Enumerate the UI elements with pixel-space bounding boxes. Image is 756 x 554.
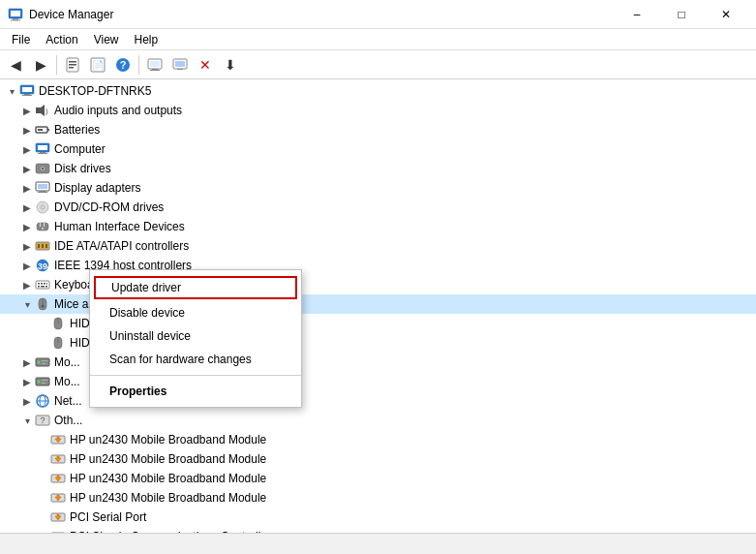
chevron-computer: ▶ (19, 141, 35, 157)
svg-rect-6 (69, 64, 76, 66)
hp3-label: HP un2430 Mobile Broadband Module (70, 472, 266, 485)
tree-item-ide[interactable]: ▶ IDE ATA/ATAPI controllers (0, 236, 756, 256)
svg-point-35 (42, 168, 44, 169)
svg-rect-74 (42, 380, 47, 381)
svg-rect-55 (41, 283, 43, 285)
chevron-mo2: ▶ (19, 374, 35, 389)
hp3-icon (50, 471, 66, 486)
ctx-update[interactable]: Update driver (94, 276, 297, 299)
tree-item-display[interactable]: ▶ Display adapters (0, 178, 756, 198)
mice-icon (35, 296, 50, 312)
svg-rect-56 (44, 283, 45, 285)
svg-text:📄: 📄 (92, 59, 105, 72)
ctx-properties[interactable]: Properties (90, 380, 301, 403)
ctx-uninstall-label: Uninstall device (109, 329, 191, 343)
tree-item-pciserial[interactable]: ▶ PCI Serial Port (0, 508, 756, 527)
svg-point-63 (42, 305, 45, 308)
tree-item-diskdrives[interactable]: ▶ Disk drives (0, 159, 756, 178)
toolbar-back[interactable]: ◀ (4, 53, 27, 77)
toolbar: ◀ ▶ 📄 ? (0, 50, 756, 79)
dvd-label: DVD/CD-ROM drives (54, 200, 164, 214)
menu-file[interactable]: File (4, 29, 38, 50)
toolbar-computer[interactable] (168, 53, 192, 77)
tree-item-computer[interactable]: ▶ Computer (0, 139, 756, 159)
svg-rect-5 (69, 61, 76, 63)
hp1-icon (50, 432, 66, 447)
tree-item-hp3[interactable]: ▶ HP un2430 Mobile Broadband Module (0, 469, 756, 488)
title-bar-controls: – □ ✕ (615, 0, 748, 29)
svg-rect-75 (42, 383, 45, 384)
toolbar-remove[interactable]: ✕ (194, 53, 217, 77)
other-label: Oth... (54, 414, 82, 427)
tree-item-dvd[interactable]: ▶ DVD/CD-ROM drives (0, 198, 756, 217)
svg-rect-71 (42, 363, 45, 364)
audio-icon: ) (35, 103, 50, 118)
tree-item-hp2[interactable]: ▶ HP un2430 Mobile Broadband Module (0, 449, 756, 469)
toolbar-monitor[interactable] (143, 53, 166, 77)
svg-rect-32 (38, 153, 47, 154)
tree-item-batteries[interactable]: ▶ Batteries (0, 120, 756, 139)
ctx-scan[interactable]: Scan for hardware changes (90, 348, 301, 371)
tree-root[interactable]: ▾ DESKTOP-DFTNRK5 (0, 81, 756, 101)
chevron-net: ▶ (19, 393, 35, 409)
tree-item-pcisimple[interactable]: ▶ PCI Simple Communications Controller (0, 527, 756, 533)
diskdrives-label: Disk drives (54, 162, 111, 175)
pcisimple-label: PCI Simple Communications Controller (70, 530, 271, 533)
svg-rect-21 (24, 94, 30, 95)
svg-rect-39 (38, 192, 47, 193)
menu-bar: File Action View Help (0, 29, 756, 50)
ieee-icon: 1394 (35, 258, 50, 273)
ctx-uninstall[interactable]: Uninstall device (90, 324, 301, 348)
toolbar-properties[interactable] (61, 53, 84, 77)
svg-rect-18 (177, 69, 183, 70)
dvd-icon (35, 200, 50, 215)
menu-action[interactable]: Action (38, 29, 85, 50)
toolbar-update[interactable]: ⬇ (219, 53, 242, 77)
toolbar-help[interactable]: ? (111, 53, 135, 77)
keyboard-icon (35, 277, 50, 292)
toolbar-forward[interactable]: ▶ (29, 53, 52, 77)
svg-rect-60 (45, 286, 47, 288)
chevron-ide: ▶ (19, 238, 35, 254)
chevron-other: ▾ (19, 413, 35, 428)
mice-c2-icon (50, 335, 66, 351)
svg-rect-22 (22, 95, 32, 96)
svg-rect-7 (69, 67, 74, 69)
svg-rect-30 (38, 145, 47, 150)
svg-point-69 (38, 361, 41, 364)
svg-rect-57 (46, 283, 47, 285)
tree-item-audio[interactable]: ▶ ) Audio inputs and outputs (0, 101, 756, 120)
batteries-icon (35, 122, 50, 138)
svg-rect-70 (42, 360, 47, 361)
mice-c1-icon (50, 316, 66, 331)
ctx-scan-label: Scan for hardware changes (109, 353, 252, 366)
svg-rect-3 (11, 19, 20, 20)
tree-item-other[interactable]: ▾ ? Oth... (0, 411, 756, 430)
close-button[interactable]: ✕ (704, 0, 748, 29)
menu-help[interactable]: Help (127, 29, 166, 50)
pciserial-icon (50, 509, 66, 525)
svg-rect-54 (38, 283, 40, 285)
audio-label: Audio inputs and outputs (54, 104, 182, 117)
computer-icon (19, 83, 35, 99)
svg-rect-37 (38, 184, 47, 189)
ctx-disable[interactable]: Disable device (90, 301, 301, 324)
menu-view[interactable]: View (86, 29, 127, 50)
svg-rect-28 (38, 129, 43, 131)
svg-rect-48 (38, 244, 40, 248)
hid-label: Human Interface Devices (54, 220, 185, 233)
tree-item-hp4[interactable]: ▶ HP un2430 Mobile Broadband Module (0, 488, 756, 508)
maximize-button[interactable]: □ (659, 0, 704, 29)
computer-item-icon (35, 141, 50, 157)
ctx-disable-label: Disable device (109, 306, 185, 320)
computer-label: Computer (54, 142, 106, 156)
chevron-root: ▾ (4, 83, 19, 99)
svg-rect-31 (40, 152, 45, 153)
toolbar-scan[interactable]: 📄 (86, 53, 109, 77)
display-label: Display adapters (54, 181, 140, 195)
minimize-button[interactable]: – (615, 0, 659, 29)
chevron-disk: ▶ (19, 161, 35, 176)
tree-item-hp1[interactable]: ▶ HP un2430 Mobile Broadband Module (0, 430, 756, 449)
svg-point-46 (42, 228, 44, 230)
tree-item-hid[interactable]: ▶ Human Interface Devices (0, 217, 756, 236)
